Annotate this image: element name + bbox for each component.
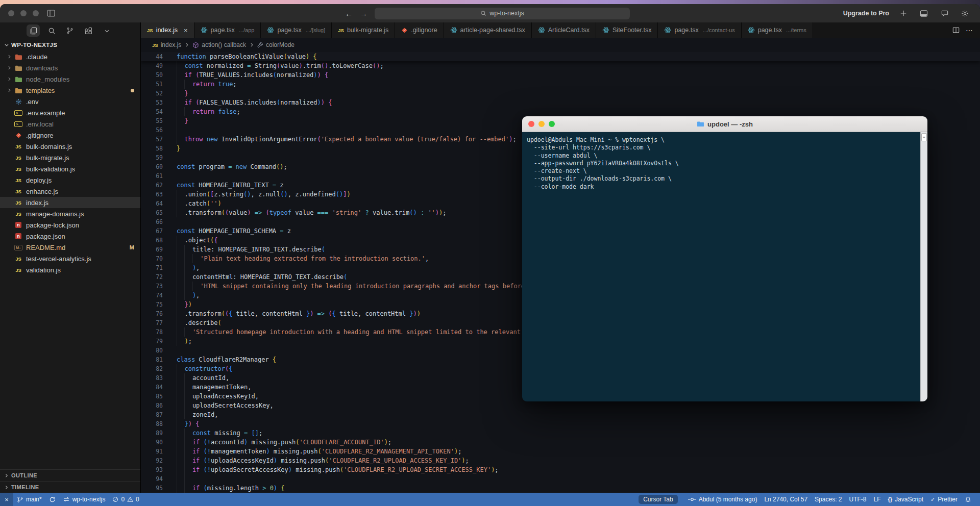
line-number: 51 <box>141 81 163 88</box>
file-tree-item-node-modules[interactable]: node_modules <box>0 73 140 85</box>
tab-page-tsx[interactable]: page.tsx.../app <box>194 22 261 38</box>
close-tab-icon[interactable]: × <box>184 27 188 34</box>
tab-label: article-page-shared.tsx <box>460 27 525 34</box>
status-notifications[interactable] <box>961 493 975 506</box>
status-cursor-tab[interactable]: Cursor Tab <box>632 493 684 506</box>
tab-sitefooter-tsx[interactable]: SiteFooter.tsx <box>596 22 658 38</box>
nav-back-icon[interactable]: ← <box>345 9 353 18</box>
line-number: 88 <box>141 420 163 427</box>
file-tree-item-bulk-migrate-js[interactable]: JSbulk-migrate.js <box>0 152 140 163</box>
file-name: test-vercel-analytics.js <box>26 255 91 263</box>
status-cursor-position[interactable]: Ln 2740, Col 57 <box>761 493 811 506</box>
window-minimize-button[interactable] <box>20 10 27 16</box>
file-tree-item--env[interactable]: .env <box>0 96 140 107</box>
status-indentation[interactable]: Spaces: 2 <box>811 493 845 506</box>
activity-extensions-button[interactable] <box>82 24 95 37</box>
terminal-body[interactable]: updoel@Abduls-Mac-Mini ~ % wptonextjs \ … <box>522 132 927 401</box>
file-tree-item-test-vercel-analytics-js[interactable]: JStest-vercel-analytics.js <box>0 253 140 264</box>
search-input[interactable]: wp-to-nextjs <box>375 8 630 19</box>
breadcrumb-label: colorMode <box>266 41 295 48</box>
tab-label: ArticleCard.tsx <box>548 27 590 34</box>
code-line: 54return false; <box>141 107 980 116</box>
breadcrumb-item[interactable]: colorMode <box>257 41 295 48</box>
tab-index-js[interactable]: JSindex.js× <box>141 22 194 38</box>
status-git-sync[interactable] <box>45 493 59 506</box>
file-tree-item--claude[interactable]: .claude <box>0 51 140 62</box>
javascript-icon: JS <box>13 155 23 161</box>
settings-gear-icon[interactable] <box>959 8 971 19</box>
code-line: 89const missing = []; <box>141 428 980 438</box>
git-modified-badge: M <box>130 244 134 250</box>
close-icon: × <box>5 496 9 503</box>
status-remote-indicator[interactable]: × <box>0 493 13 506</box>
line-number: 95 <box>141 485 163 492</box>
file-tree-item-package-json[interactable]: npackage.json <box>0 231 140 242</box>
more-actions-icon[interactable]: ⋯ <box>966 26 973 34</box>
line-number: 60 <box>141 163 163 170</box>
tab-page-tsx[interactable]: page.tsx.../[slug] <box>261 22 332 38</box>
file-tree-item-enhance-js[interactable]: JSenhance.js <box>0 186 140 197</box>
status-git-branch[interactable]: main* <box>13 493 45 506</box>
file-tree-item--env-local[interactable]: >_.env.local <box>0 118 140 130</box>
file-tree-item-validation-js[interactable]: JSvalidation.js <box>0 264 140 275</box>
javascript-icon: JS <box>13 189 23 194</box>
npm-icon: n <box>13 222 23 228</box>
breadcrumb-item[interactable]: JSindex.js <box>152 41 181 48</box>
line-number: 71 <box>141 264 163 271</box>
status-language-mode[interactable]: {}JavaScript <box>885 493 927 506</box>
nav-forward-icon[interactable]: → <box>360 9 368 18</box>
terminal-scrollbar[interactable]: ≡ <box>920 132 927 401</box>
terminal-window[interactable]: updoel — -zsh updoel@Abduls-Mac-Mini ~ %… <box>522 116 927 401</box>
toggle-panel-icon[interactable] <box>918 8 930 19</box>
line-number: 89 <box>141 429 163 437</box>
javascript-icon: JS <box>13 178 23 183</box>
file-tree-item-bulk-validation-js[interactable]: JSbulk-validation.js <box>0 163 140 174</box>
javascript-icon: JS <box>13 256 23 262</box>
new-window-icon[interactable] <box>897 8 910 19</box>
file-tree-item-bulk-domains-js[interactable]: JSbulk-domains.js <box>0 141 140 152</box>
upgrade-to-pro-button[interactable]: Upgrade to Pro <box>843 10 889 17</box>
file-tree-item-readme-md[interactable]: M↓README.mdM <box>0 242 140 253</box>
activity-views-chevron-button[interactable] <box>100 24 113 37</box>
activity-source-control-button[interactable] <box>63 24 77 37</box>
tab-bulk-migrate-js[interactable]: JSbulk-migrate.js <box>332 22 395 38</box>
line-number: 82 <box>141 365 163 372</box>
file-tree-item-deploy-js[interactable]: JSdeploy.js <box>0 174 140 186</box>
file-tree-item-templates[interactable]: templates <box>0 85 140 96</box>
tab-page-tsx[interactable]: page.tsx.../terms <box>742 22 813 38</box>
file-tree-item-index-js[interactable]: JSindex.js <box>0 197 140 208</box>
timeline-section-header[interactable]: TIMELINE <box>0 481 140 493</box>
toggle-sidebar-icon[interactable] <box>45 8 57 19</box>
file-tree-item-manage-domains-js[interactable]: JSmanage-domains.js <box>0 208 140 219</box>
react-icon <box>267 27 274 34</box>
tab-article-page-shared-tsx[interactable]: article-page-shared.tsx <box>444 22 532 38</box>
tab-page-tsx[interactable]: page.tsx.../contact-us <box>658 22 741 38</box>
file-name: enhance.js <box>26 188 58 195</box>
line-number: 84 <box>141 384 163 391</box>
window-zoom-button[interactable] <box>33 10 39 16</box>
status-project-sync[interactable]: wp-to-nextjs <box>59 493 109 506</box>
window-close-button[interactable] <box>8 10 14 16</box>
file-tree-item-package-lock-json[interactable]: npackage-lock.json <box>0 219 140 231</box>
status-eol[interactable]: LF <box>870 493 884 506</box>
tab-articlecard-tsx[interactable]: ArticleCard.tsx <box>532 22 596 38</box>
status-formatter[interactable]: ✓Prettier <box>927 493 961 506</box>
breadcrumb-item[interactable]: action() callback <box>192 41 246 48</box>
status-encoding[interactable]: UTF-8 <box>845 493 870 506</box>
activity-search-button[interactable] <box>45 24 58 37</box>
file-tree-item--env-example[interactable]: >_.env.example <box>0 107 140 118</box>
chat-icon[interactable] <box>938 8 950 19</box>
file-tree-item--gitignore[interactable]: .gitignore <box>0 130 140 141</box>
gear-file-icon <box>13 98 23 105</box>
explorer-root[interactable]: WP-TO-NEXTJS <box>0 39 140 51</box>
terminal-line: --site-url https://s3cparis.com \ <box>527 144 917 151</box>
split-editor-icon[interactable] <box>952 27 960 34</box>
file-tree-item-downloads[interactable]: downloads <box>0 62 140 73</box>
tab--gitignore[interactable]: .gitignore <box>395 22 444 38</box>
status-problems[interactable]: 00 <box>109 493 142 506</box>
activity-explorer-button[interactable] <box>27 24 40 37</box>
status-git-blame[interactable]: Abdul (5 months ago) <box>684 493 761 506</box>
status-text: 0 <box>121 496 125 503</box>
git-icon <box>13 132 23 139</box>
outline-section-header[interactable]: OUTLINE <box>0 469 140 481</box>
